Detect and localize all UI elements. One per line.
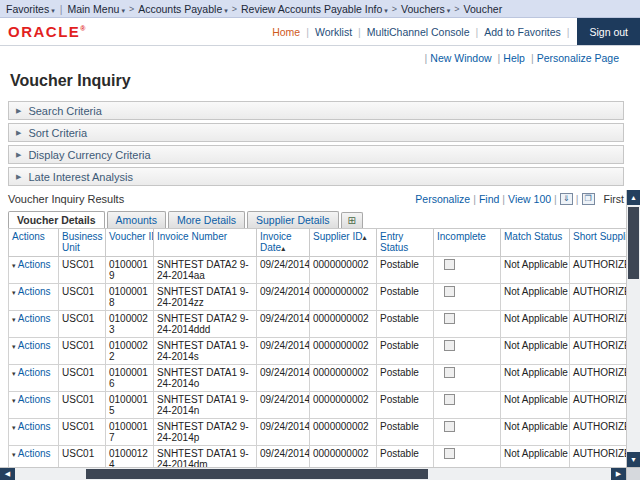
- incomplete-checkbox[interactable]: [444, 286, 455, 297]
- results-header: Voucher Inquiry Results Personalize | Fi…: [8, 190, 624, 207]
- incomplete-cell: [434, 338, 501, 365]
- scrollbar-corner: [626, 467, 640, 480]
- show-all-columns-icon: ⊞: [348, 215, 356, 226]
- vertical-scroll-thumb[interactable]: [628, 207, 639, 279]
- incomplete-checkbox[interactable]: [444, 259, 455, 270]
- multichannel-console-link[interactable]: MultiChannel Console: [367, 26, 470, 38]
- entry-status-cell: Postable: [377, 311, 434, 338]
- breadcrumb-voucher[interactable]: Voucher: [464, 3, 503, 15]
- invoice-date-cell: 09/24/2014: [257, 284, 310, 311]
- scroll-down-icon[interactable]: ▼: [627, 452, 640, 467]
- personalize-grid-link[interactable]: Personalize: [415, 193, 470, 205]
- vertical-scrollbar[interactable]: ▲ ▼: [626, 190, 640, 467]
- row-actions-link[interactable]: Actions: [18, 448, 51, 459]
- sign-out-button[interactable]: Sign out: [577, 18, 640, 45]
- actions-cell: ▾ Actions: [9, 284, 59, 311]
- late-interest-analysis-section[interactable]: ▶ Late Interest Analysis: [8, 167, 624, 186]
- incomplete-cell: [434, 392, 501, 419]
- incomplete-checkbox[interactable]: [444, 421, 455, 432]
- sort-criteria-section[interactable]: ▶ Sort Criteria: [8, 123, 624, 142]
- column-header-invoice-number[interactable]: Invoice Number: [154, 229, 257, 257]
- column-header-business-unit[interactable]: Business Unit: [59, 229, 106, 257]
- incomplete-checkbox[interactable]: [444, 448, 455, 459]
- tab-amounts[interactable]: Amounts: [107, 211, 166, 228]
- row-actions-link[interactable]: Actions: [18, 313, 51, 324]
- horizontal-scrollbar[interactable]: ◀ ▶: [0, 467, 626, 480]
- help-link[interactable]: Help: [503, 52, 525, 64]
- chevron-down-icon: ▾: [447, 7, 451, 14]
- worklist-link[interactable]: Worklist: [315, 26, 352, 38]
- view-100-link[interactable]: View 100: [508, 193, 551, 205]
- first-page-label[interactable]: First: [604, 193, 624, 205]
- breadcrumb-separator: >: [232, 4, 237, 14]
- display-currency-criteria-section[interactable]: ▶ Display Currency Criteria: [8, 145, 624, 164]
- grid-header-row: Actions Business Unit Voucher ID Invoice…: [9, 229, 636, 257]
- row-actions-link[interactable]: Actions: [18, 394, 51, 405]
- find-link[interactable]: Find: [479, 193, 499, 205]
- search-criteria-section[interactable]: ▶ Search Criteria: [8, 101, 624, 120]
- tab-supplier-details[interactable]: Supplier Details: [247, 211, 339, 228]
- expand-arrow-icon: ▶: [16, 151, 21, 159]
- chevron-down-icon: ▾: [51, 7, 55, 14]
- column-header-incomplete[interactable]: Incomplete: [434, 229, 501, 257]
- horizontal-scroll-thumb[interactable]: [86, 469, 428, 479]
- toolbar-separator: |: [576, 193, 579, 205]
- voucher-id-cell: 01000016: [106, 365, 154, 392]
- section-label: Sort Criteria: [28, 127, 87, 139]
- page-link-separator: |: [425, 52, 428, 64]
- column-header-supplier-id[interactable]: Supplier ID▴: [310, 229, 377, 257]
- breadcrumb-review-ap-info[interactable]: Review Accounts Payable Info▾: [241, 3, 388, 15]
- actions-caret-icon: ▾: [12, 370, 16, 377]
- actions-cell: ▾ Actions: [9, 257, 59, 284]
- expand-arrow-icon: ▶: [16, 173, 21, 181]
- criteria-sections: ▶ Search Criteria ▶ Sort Criteria ▶ Disp…: [8, 101, 624, 186]
- column-header-voucher-id[interactable]: Voucher ID: [106, 229, 154, 257]
- tab-voucher-details[interactable]: Voucher Details: [8, 211, 105, 228]
- download-grid-icon[interactable]: ⇓: [560, 193, 573, 205]
- personalize-page-link[interactable]: Personalize Page: [537, 52, 619, 64]
- breadcrumb-separator: >: [454, 4, 459, 14]
- scroll-left-icon[interactable]: ◀: [0, 468, 15, 480]
- actions-caret-icon: ▾: [12, 397, 16, 404]
- row-actions-link[interactable]: Actions: [18, 259, 51, 270]
- invoice-number-cell: SNHTEST DATA1 9-24-2014o: [154, 365, 257, 392]
- page-action-links: | New Window | Help | Personalize Page: [0, 46, 640, 65]
- breadcrumb-vouchers[interactable]: Vouchers▾: [401, 3, 450, 15]
- invoice-number-cell: SNHTEST DATA1 9-24-2014n: [154, 392, 257, 419]
- zoom-grid-icon[interactable]: ❐: [582, 193, 595, 205]
- scroll-up-icon[interactable]: ▲: [627, 190, 640, 205]
- row-actions-link[interactable]: Actions: [18, 340, 51, 351]
- sort-asc-icon: ▴: [281, 244, 285, 253]
- tab-more-details[interactable]: More Details: [168, 211, 245, 228]
- breadcrumb-favorites[interactable]: Favorites▾: [6, 3, 55, 15]
- actions-cell: ▾ Actions: [9, 311, 59, 338]
- actions-cell: ▾ Actions: [9, 392, 59, 419]
- supplier-id-cell: 0000000002: [310, 257, 377, 284]
- incomplete-checkbox[interactable]: [444, 340, 455, 351]
- match-status-cell: Not Applicable: [501, 284, 570, 311]
- horizontal-scroll-track[interactable]: [15, 468, 611, 480]
- incomplete-checkbox[interactable]: [444, 313, 455, 324]
- breadcrumb-main-menu[interactable]: Main Menu▾: [67, 3, 124, 15]
- row-actions-link[interactable]: Actions: [18, 367, 51, 378]
- voucher-id-cell: 01000019: [106, 257, 154, 284]
- invoice-date-cell: 09/24/2014: [257, 419, 310, 446]
- breadcrumb-accounts-payable[interactable]: Accounts Payable▾: [138, 3, 228, 15]
- column-header-entry-status[interactable]: Entry Status: [377, 229, 434, 257]
- show-all-columns-tab[interactable]: ⊞: [341, 212, 363, 228]
- table-row: ▾ ActionsUSC0101000022SNHTEST DATA1 9-24…: [9, 338, 636, 365]
- column-header-match-status[interactable]: Match Status: [501, 229, 570, 257]
- voucher-id-cell: 01000018: [106, 284, 154, 311]
- incomplete-checkbox[interactable]: [444, 367, 455, 378]
- add-to-favorites-link[interactable]: Add to Favorites: [484, 26, 560, 38]
- sort-asc-icon: ▴: [362, 233, 366, 242]
- home-link[interactable]: Home: [272, 26, 300, 38]
- breadcrumb-separator: >: [392, 4, 397, 14]
- row-actions-link[interactable]: Actions: [18, 286, 51, 297]
- row-actions-link[interactable]: Actions: [18, 421, 51, 432]
- match-status-cell: Not Applicable: [501, 392, 570, 419]
- new-window-link[interactable]: New Window: [430, 52, 491, 64]
- column-header-invoice-date[interactable]: Invoice Date▴: [257, 229, 310, 257]
- scroll-right-icon[interactable]: ▶: [611, 468, 626, 480]
- incomplete-checkbox[interactable]: [444, 394, 455, 405]
